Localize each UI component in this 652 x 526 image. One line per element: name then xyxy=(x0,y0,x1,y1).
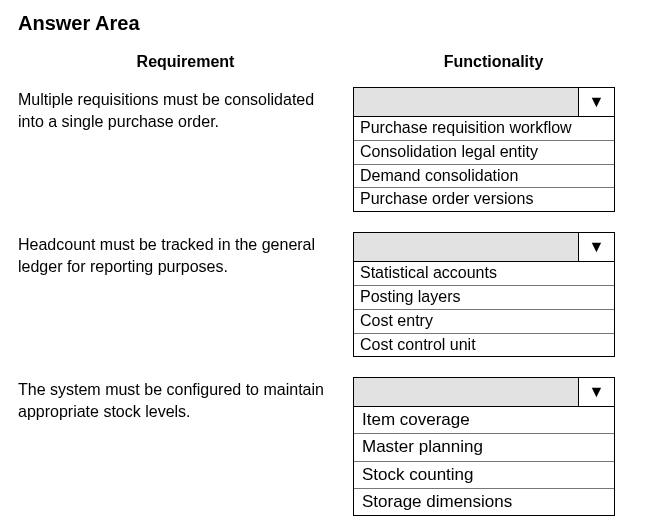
column-headers: Requirement Functionality xyxy=(18,53,634,71)
dropdown-value xyxy=(354,233,578,261)
qa-row: Headcount must be tracked in the general… xyxy=(18,232,634,357)
dropdown-option[interactable]: Purchase order versions xyxy=(354,188,614,211)
chevron-down-icon: ▼ xyxy=(578,378,614,406)
header-requirement: Requirement xyxy=(18,53,353,71)
functionality-block: ▼ Statistical accounts Posting layers Co… xyxy=(353,232,615,357)
dropdown-option[interactable]: Purchase requisition workflow xyxy=(354,117,614,141)
requirement-text: Headcount must be tracked in the general… xyxy=(18,232,353,277)
dropdown-option[interactable]: Cost entry xyxy=(354,310,614,334)
requirement-text: Multiple requisitions must be consolidat… xyxy=(18,87,353,132)
dropdown-option[interactable]: Stock counting xyxy=(354,462,614,489)
chevron-down-icon: ▼ xyxy=(578,88,614,116)
page-title: Answer Area xyxy=(18,12,634,35)
dropdown-option[interactable]: Demand consolidation xyxy=(354,165,614,189)
dropdown-value xyxy=(354,378,578,406)
dropdown-option[interactable]: Storage dimensions xyxy=(354,489,614,515)
dropdown-option[interactable]: Item coverage xyxy=(354,407,614,434)
chevron-down-icon: ▼ xyxy=(578,233,614,261)
dropdown-option[interactable]: Statistical accounts xyxy=(354,262,614,286)
header-functionality: Functionality xyxy=(353,53,634,71)
dropdown-select[interactable]: ▼ xyxy=(353,87,615,117)
functionality-block: ▼ Item coverage Master planning Stock co… xyxy=(353,377,615,515)
qa-row: Multiple requisitions must be consolidat… xyxy=(18,87,634,212)
dropdown-select[interactable]: ▼ xyxy=(353,232,615,262)
dropdown-option[interactable]: Cost control unit xyxy=(354,334,614,357)
dropdown-option[interactable]: Consolidation legal entity xyxy=(354,141,614,165)
functionality-block: ▼ Purchase requisition workflow Consolid… xyxy=(353,87,615,212)
dropdown-options: Statistical accounts Posting layers Cost… xyxy=(353,262,615,357)
dropdown-options: Purchase requisition workflow Consolidat… xyxy=(353,117,615,212)
dropdown-options: Item coverage Master planning Stock coun… xyxy=(353,407,615,515)
dropdown-value xyxy=(354,88,578,116)
dropdown-option[interactable]: Master planning xyxy=(354,434,614,461)
requirement-text: The system must be configured to maintai… xyxy=(18,377,353,422)
dropdown-select[interactable]: ▼ xyxy=(353,377,615,407)
dropdown-option[interactable]: Posting layers xyxy=(354,286,614,310)
qa-row: The system must be configured to maintai… xyxy=(18,377,634,515)
